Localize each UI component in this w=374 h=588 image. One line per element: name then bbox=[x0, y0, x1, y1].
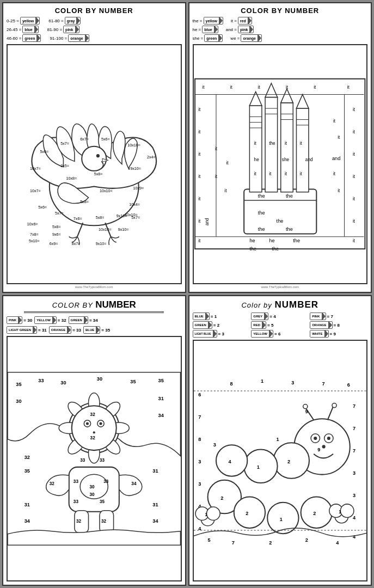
svg-text:10x10=: 10x10= bbox=[99, 228, 112, 232]
svg-text:it: it bbox=[299, 141, 302, 146]
svg-text:5x10=: 5x10= bbox=[29, 239, 40, 243]
svg-text:it: it bbox=[352, 107, 355, 112]
svg-text:it: it bbox=[254, 171, 256, 176]
svg-text:4: 4 bbox=[352, 534, 355, 540]
ws3-title: COLOR BY NUMBER bbox=[7, 299, 182, 314]
svg-text:1: 1 bbox=[339, 510, 341, 514]
svg-text:30: 30 bbox=[90, 485, 95, 489]
ws4-title: Color by NUMBER bbox=[193, 299, 368, 310]
svg-text:9x10=: 9x10= bbox=[118, 228, 129, 232]
svg-text:1: 1 bbox=[276, 437, 279, 442]
svg-text:5x8=: 5x8= bbox=[80, 200, 89, 204]
svg-text:it: it bbox=[198, 174, 201, 179]
svg-text:7: 7 bbox=[352, 426, 355, 431]
svg-text:3: 3 bbox=[352, 470, 355, 476]
svg-text:3: 3 bbox=[352, 493, 355, 498]
svg-text:5x6=: 5x6= bbox=[101, 137, 110, 142]
svg-text:9x10=: 9x10= bbox=[96, 242, 107, 246]
svg-text:it: it bbox=[352, 238, 355, 243]
svg-text:32: 32 bbox=[76, 519, 82, 524]
svg-text:7: 7 bbox=[198, 414, 201, 420]
worksheet-4: Color by NUMBER BLUE = 1 GREY = 4 PINK bbox=[188, 295, 372, 586]
svg-point-226 bbox=[206, 507, 220, 520]
ws1-watermark: www.TheTypicalMom.com bbox=[7, 285, 182, 289]
svg-point-188 bbox=[273, 443, 309, 479]
svg-text:3: 3 bbox=[198, 481, 201, 487]
svg-marker-82 bbox=[280, 89, 293, 103]
ws2-key-we: we = orange bbox=[230, 34, 261, 42]
ws1-key-61-80: 61-80 = gray bbox=[48, 17, 81, 24]
svg-text:7x8=: 7x8= bbox=[30, 232, 39, 237]
svg-text:10x8=: 10x8= bbox=[66, 176, 77, 181]
svg-text:the: the bbox=[285, 193, 292, 199]
svg-rect-59 bbox=[244, 189, 316, 234]
svg-text:34: 34 bbox=[158, 413, 164, 418]
svg-text:30: 30 bbox=[90, 492, 95, 497]
svg-text:and: and bbox=[204, 218, 209, 225]
svg-text:3: 3 bbox=[291, 380, 294, 385]
svg-text:it: it bbox=[333, 119, 336, 124]
ws1-key-81-90: 81-90 = pink bbox=[47, 26, 79, 33]
svg-text:6: 6 bbox=[198, 392, 201, 397]
svg-text:7: 7 bbox=[322, 381, 324, 387]
ws1-key-46-60: 46-60 = green bbox=[7, 34, 41, 42]
svg-point-196 bbox=[234, 497, 265, 528]
svg-text:33: 33 bbox=[73, 479, 79, 484]
svg-text:34: 34 bbox=[152, 518, 158, 524]
svg-text:10x10=: 10x10= bbox=[100, 189, 113, 193]
svg-text:1: 1 bbox=[205, 512, 207, 517]
svg-text:6x7=: 6x7= bbox=[80, 137, 89, 142]
svg-text:it: it bbox=[338, 135, 340, 140]
ws3-key-lightgreen: LIGHT GREEN = 31 bbox=[7, 326, 47, 334]
worksheet-1: COLOR BY NUMBER 0-25 = yellow 61-80 = gr… bbox=[2, 2, 186, 293]
svg-text:it: it bbox=[226, 161, 229, 166]
ws2-key-he: he = blue bbox=[193, 26, 218, 33]
ws3-key-green: GREEN = 34 bbox=[69, 316, 98, 324]
svg-text:it: it bbox=[299, 171, 302, 176]
ws3-color-key: PINK = 30 YELLOW = 32 GREEN = 34 bbox=[7, 316, 182, 334]
svg-text:6x9=: 6x9= bbox=[50, 242, 58, 246]
ws3-title-bold: NUMBER bbox=[95, 299, 136, 310]
ws2-key-it: it = red bbox=[231, 17, 252, 24]
ws1-title: COLOR BY NUMBER bbox=[7, 7, 182, 15]
svg-text:5x8=: 5x8= bbox=[96, 216, 105, 220]
ws4-key-lightblue: LIGHT BLUE = 3 bbox=[193, 330, 250, 338]
svg-text:it: it bbox=[230, 85, 232, 90]
svg-text:31: 31 bbox=[158, 396, 164, 401]
svg-text:32: 32 bbox=[101, 519, 107, 524]
svg-text:it: it bbox=[198, 219, 201, 224]
svg-text:it: it bbox=[352, 152, 355, 157]
svg-text:2x4=: 2x4= bbox=[147, 155, 156, 160]
ws1-key-91-100: 91-100 = orange bbox=[50, 34, 89, 42]
ws1-key-0-25: 0-25 = yellow bbox=[7, 17, 40, 24]
svg-text:33: 33 bbox=[103, 479, 109, 484]
svg-text:10x9=: 10x9= bbox=[133, 186, 144, 191]
svg-point-181 bbox=[327, 437, 330, 440]
svg-text:33: 33 bbox=[38, 378, 44, 383]
svg-point-139 bbox=[93, 431, 95, 433]
svg-text:2: 2 bbox=[305, 537, 308, 543]
svg-text:30: 30 bbox=[60, 380, 66, 385]
svg-text:35: 35 bbox=[130, 379, 136, 384]
svg-point-200 bbox=[301, 497, 332, 528]
svg-text:31: 31 bbox=[24, 502, 30, 507]
svg-marker-78 bbox=[265, 83, 278, 97]
svg-text:10x4=: 10x4= bbox=[129, 203, 140, 207]
svg-text:4: 4 bbox=[228, 459, 231, 464]
ws4-drawing: 8 1 3 7 6 9 bbox=[193, 340, 368, 581]
svg-text:5x8=: 5x8= bbox=[94, 172, 103, 176]
svg-text:30: 30 bbox=[16, 399, 21, 404]
svg-text:2x5=: 2x5= bbox=[60, 164, 69, 168]
svg-point-230 bbox=[340, 504, 354, 518]
svg-text:he: he bbox=[249, 238, 255, 243]
svg-text:it: it bbox=[202, 85, 205, 90]
svg-text:33: 33 bbox=[73, 499, 79, 504]
ws2-drawing: it it it it it it it it it it it it it i… bbox=[193, 44, 368, 284]
ws3-key-yellow: YELLOW = 32 bbox=[34, 316, 66, 324]
svg-marker-86 bbox=[296, 94, 309, 108]
svg-text:5x6=: 5x6= bbox=[38, 205, 47, 210]
svg-text:9x6=: 9x6= bbox=[52, 232, 61, 237]
svg-text:it: it bbox=[198, 130, 201, 134]
svg-text:the: the bbox=[257, 210, 265, 216]
svg-text:he: he bbox=[254, 157, 259, 162]
